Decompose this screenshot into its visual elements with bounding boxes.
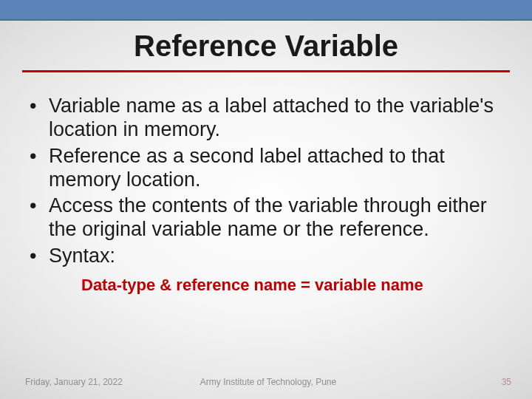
title-underline <box>22 70 510 72</box>
footer: Friday, January 21, 2022 Army Institute … <box>25 377 511 387</box>
bullet-item: Reference as a second label attached to … <box>25 145 502 192</box>
footer-page-number: 35 <box>349 377 511 387</box>
footer-date: Friday, January 21, 2022 <box>25 377 187 387</box>
bullet-item: Syntax: <box>25 245 502 268</box>
syntax-definition: Data-type & reference name = variable na… <box>81 276 502 295</box>
bullet-list: Variable name as a label attached to the… <box>25 95 502 268</box>
content-area: Variable name as a label attached to the… <box>25 95 502 295</box>
bullet-item: Access the contents of the variable thro… <box>25 194 502 242</box>
bullet-item: Variable name as a label attached to the… <box>25 95 502 142</box>
slide: Reference Variable Variable name as a la… <box>0 0 532 399</box>
title-block: Reference Variable <box>0 30 532 72</box>
footer-organization: Army Institute of Technology, Pune <box>187 377 349 387</box>
accent-top-bar <box>0 0 532 21</box>
slide-title: Reference Variable <box>126 30 406 67</box>
